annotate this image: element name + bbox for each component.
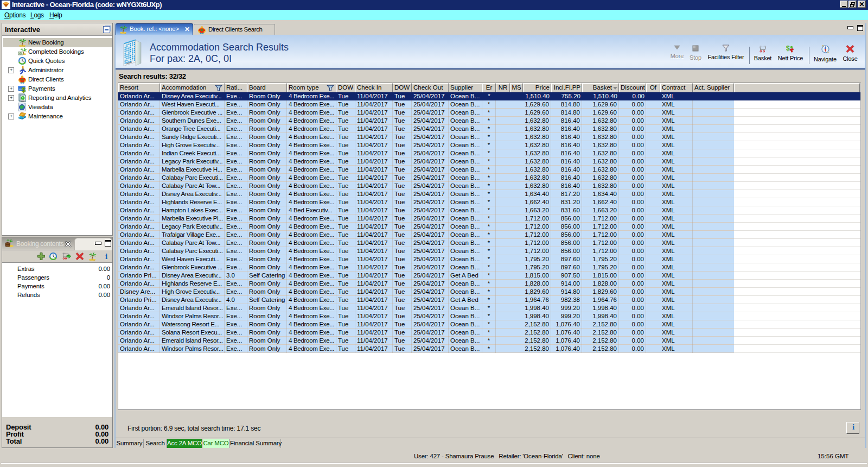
svg-text:$: $ <box>22 86 26 93</box>
svg-text:i: i <box>852 422 854 431</box>
svg-text:$: $ <box>786 45 790 52</box>
svg-text:i: i <box>105 252 107 261</box>
